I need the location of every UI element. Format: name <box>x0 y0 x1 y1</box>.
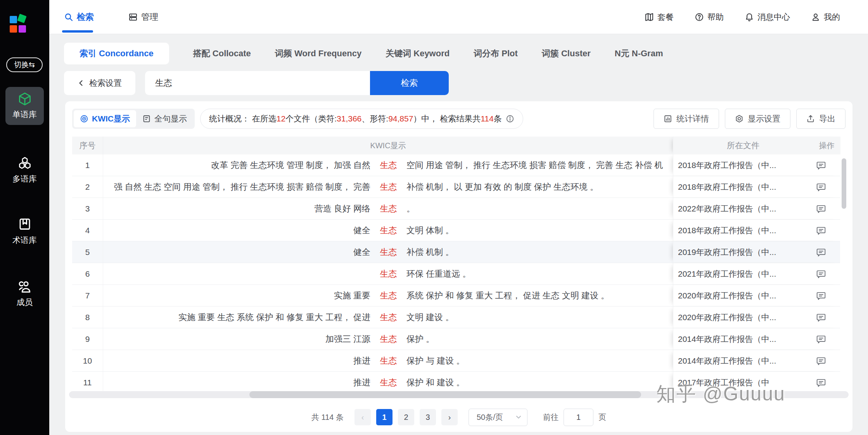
sidebar-item-terminology[interactable]: 术语库 <box>5 213 44 251</box>
row-operation <box>813 176 840 198</box>
tab-keyword[interactable]: 关键词 Keyword <box>386 48 450 59</box>
comment-icon[interactable] <box>816 160 826 170</box>
kwic-right-context: 环保 任重道远 。 <box>406 268 471 280</box>
row-fixed-columns: 2018年政府工作报告（中... <box>673 220 840 241</box>
row-fixed-columns: 2020年政府工作报告（中... <box>673 307 840 328</box>
logo-square-green <box>17 14 26 23</box>
info-icon[interactable] <box>506 114 514 123</box>
menu-item-package[interactable]: 套餐 <box>645 12 674 23</box>
comment-icon[interactable] <box>816 378 826 388</box>
nav-tab-manage[interactable]: 管理 <box>128 0 158 34</box>
kwic-left-context: 营造 良好 网络 <box>315 203 370 215</box>
kwic-left-context: 健全 <box>353 225 370 236</box>
search-settings-button[interactable]: 检索设置 <box>64 71 135 95</box>
row-number: 6 <box>72 263 103 284</box>
tab-collocate[interactable]: 搭配 Collocate <box>193 48 251 59</box>
comment-icon[interactable] <box>816 204 826 214</box>
display-settings-button[interactable]: 显示设置 <box>725 109 790 129</box>
row-number: 9 <box>72 328 103 350</box>
tab-plot[interactable]: 词分布 Plot <box>474 48 518 59</box>
sidebar-item-members[interactable]: 成员 <box>5 275 44 313</box>
logo-square-purple <box>19 25 26 33</box>
kwic-right-context: 。 <box>406 203 415 215</box>
source-file: 2020年政府工作报告（中... <box>673 307 813 328</box>
kwic-view-toggle[interactable]: KWIC显示 <box>74 110 136 127</box>
row-operation <box>813 350 840 371</box>
table-row[interactable]: 1 改革 完善 生态环境 管理 制度， 加强 自然 生态 空间 用途 管制， 推… <box>72 154 840 176</box>
stats-detail-button[interactable]: 统计详情 <box>654 109 719 129</box>
page-button-2[interactable]: 2 <box>398 409 414 425</box>
export-button[interactable]: 导出 <box>796 109 846 129</box>
chevron-left-icon <box>78 80 85 87</box>
kwic-keyword: 生态 <box>370 350 406 371</box>
table-row[interactable]: 7 实施 重要 生态 系统 保护 和 修复 重大 工程， 促进 生态 文明 建设… <box>72 285 840 307</box>
full-sentence-view-toggle[interactable]: 全句显示 <box>136 110 193 127</box>
top-navigation-bar: 检索 管理 套餐 帮助 消息中心 <box>49 0 868 34</box>
comment-icon[interactable] <box>816 225 826 236</box>
comment-icon[interactable] <box>816 312 826 322</box>
row-operation <box>813 154 840 176</box>
table-row[interactable]: 3 营造 良好 网络 生态 。 2022年政府工作报告（中... <box>72 198 840 220</box>
table-row[interactable]: 9 加强三 江源 生态 保护 。 2014年政府工作报告（中... <box>72 328 840 350</box>
table-row[interactable]: 8 实施 重要 生态 系统 保护 和 修复 重大 工程， 促进 生态 文明 建设… <box>72 307 840 328</box>
source-file: 2018年政府工作报告（中... <box>673 220 813 241</box>
stats-detail-label: 统计详情 <box>676 113 709 124</box>
search-input[interactable] <box>145 71 370 95</box>
comment-icon[interactable] <box>816 247 826 257</box>
kwic-left-context: 强 自然 生态 空间 用途 管制， 推行 生态环境 损害 赔偿 制度， 完善 <box>114 181 370 193</box>
menu-item-profile[interactable]: 我的 <box>811 12 840 23</box>
horizontal-scrollbar-thumb[interactable] <box>249 391 641 398</box>
search-settings-label: 检索设置 <box>89 78 122 88</box>
table-row[interactable]: 4 健全 生态 文明 体制 。 2018年政府工作报告（中... <box>72 220 840 241</box>
sidebar-item-multilingual[interactable]: 多语库 <box>5 151 44 189</box>
kwic-left-context: 加强三 江源 <box>325 333 370 345</box>
stats-result-count: 114 <box>481 114 493 123</box>
app-logo <box>10 16 28 34</box>
kwic-right-context: 系统 保护 和 修复 重大 工程， 促进 生态 文明 建设 。 <box>406 290 609 302</box>
table-row[interactable]: 6 生态 环保 任重道远 。 2021年政府工作报告（中... <box>72 263 840 285</box>
prev-page-button[interactable]: ‹ <box>354 409 371 425</box>
page-button-3[interactable]: 3 <box>420 409 436 425</box>
kwic-right-context: 文明 体制 。 <box>406 225 454 236</box>
tab-word-frequency[interactable]: 词频 Word Frequency <box>275 48 361 59</box>
comment-icon[interactable] <box>816 291 826 301</box>
search-submit-button[interactable]: 检索 <box>370 71 449 95</box>
stats-text: 个文件（类符: <box>285 113 337 124</box>
comment-icon[interactable] <box>816 269 826 279</box>
kwic-right-context: 保护 与 建设 。 <box>406 355 465 367</box>
comment-icon[interactable] <box>816 356 826 366</box>
feature-tab-bar: 索引 Concordance 搭配 Collocate 词频 Word Freq… <box>64 43 663 64</box>
switch-corpus-button[interactable]: 切换⇆ <box>6 57 43 72</box>
vertical-scrollbar-thumb[interactable] <box>842 158 846 209</box>
tab-cluster[interactable]: 词簇 Cluster <box>542 48 591 59</box>
page-size-select[interactable]: 50条/页 <box>469 409 527 426</box>
stats-token-count: 94,857 <box>388 114 413 123</box>
kwic-keyword: 生态 <box>370 220 406 241</box>
nav-tab-search[interactable]: 检索 <box>64 0 94 34</box>
tab-ngram[interactable]: N元 N-Gram <box>615 48 663 59</box>
package-icon <box>645 12 654 22</box>
goto-page-input[interactable] <box>564 409 593 426</box>
total-count: 共 114 条 <box>311 412 344 423</box>
kwic-left-context: 实施 重要 <box>334 290 370 302</box>
comment-icon[interactable] <box>816 182 826 192</box>
tab-concordance[interactable]: 索引 Concordance <box>64 43 169 64</box>
row-fixed-columns: 2022年政府工作报告（中... <box>673 198 840 219</box>
table-row[interactable]: 10 推进 生态 保护 与 建设 。 2014年政府工作报告（中... <box>72 350 840 372</box>
sidebar-item-label: 术语库 <box>12 235 37 246</box>
stats-text: 、形符: <box>361 113 388 124</box>
menu-item-messages[interactable]: 消息中心 <box>745 12 790 23</box>
menu-item-help[interactable]: 帮助 <box>695 12 724 23</box>
table-row[interactable]: 5 健全 生态 补偿 机制 。 2019年政府工作报告（中... <box>72 241 840 263</box>
full-view-label: 全句显示 <box>154 113 187 124</box>
logo-square-orange <box>10 25 17 33</box>
row-number: 7 <box>72 285 103 306</box>
next-page-button[interactable]: › <box>441 409 458 425</box>
source-file: 2019年政府工作报告（中... <box>673 241 813 263</box>
source-file: 2022年政府工作报告（中... <box>673 198 813 219</box>
sidebar-item-monolingual[interactable]: 单语库 <box>5 87 44 125</box>
table-row[interactable]: 2 强 自然 生态 空间 用途 管制， 推行 生态环境 损害 赔偿 制度， 完善… <box>72 176 840 198</box>
sidebar-item-label: 单语库 <box>12 109 37 120</box>
comment-icon[interactable] <box>816 334 826 344</box>
page-button-1[interactable]: 1 <box>376 409 393 425</box>
